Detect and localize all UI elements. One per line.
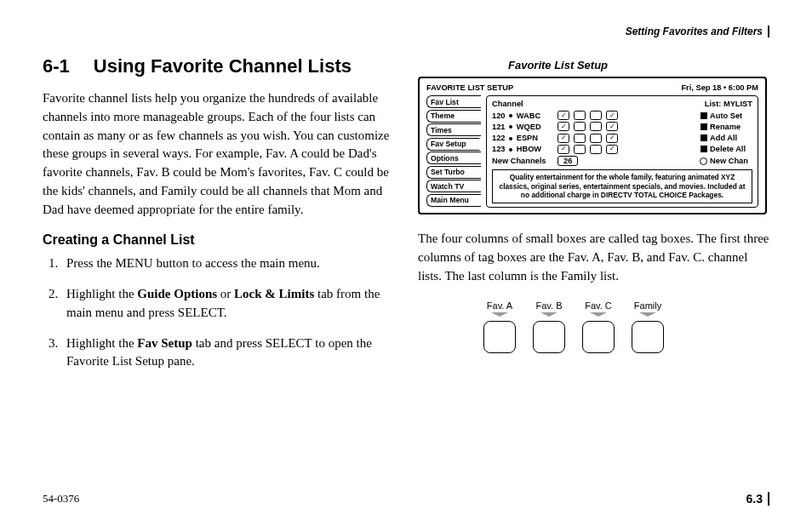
tv-datetime: Fri, Sep 18 • 6:00 PM bbox=[681, 83, 758, 92]
figure-caption: Favorite List Setup bbox=[508, 59, 769, 71]
stop-icon bbox=[700, 134, 707, 141]
list-header: List: MYLIST bbox=[705, 100, 752, 108]
left-column: 6-1 Using Favorite Channel Lists Favorit… bbox=[43, 55, 394, 383]
step-1: Press the MENU button to access the main… bbox=[61, 254, 394, 273]
chevron-down-icon bbox=[491, 312, 508, 319]
tab-fav-setup: Fav Setup bbox=[426, 138, 481, 151]
channel-row: 120 WABC ✓✓ Auto Set bbox=[492, 111, 752, 120]
intro-paragraph: Favorite channel lists help you organize… bbox=[43, 89, 394, 219]
step-2: Highlight the Guide Options or Lock & Li… bbox=[61, 285, 394, 323]
label-fav-b: Fav. B bbox=[532, 300, 566, 311]
tab-options: Options bbox=[426, 152, 481, 164]
chevron-down-icon bbox=[540, 312, 558, 319]
reload-icon bbox=[700, 157, 707, 165]
tag-box: ✓ bbox=[558, 111, 569, 120]
stop-icon bbox=[700, 123, 707, 130]
channel-header: Channel bbox=[492, 100, 523, 108]
label-family: Family bbox=[631, 300, 665, 311]
chevron-down-icon bbox=[639, 312, 656, 319]
tv-tabs: Fav List Theme Times Fav Setup Options S… bbox=[426, 95, 481, 208]
tv-title: FAVORITE LIST SETUP bbox=[426, 83, 513, 92]
doc-number: 54-0376 bbox=[43, 492, 79, 506]
label-fav-c: Fav. C bbox=[581, 300, 615, 311]
tag-box-b bbox=[533, 321, 565, 353]
tv-screen-figure: FAVORITE LIST SETUP Fri, Sep 18 • 6:00 P… bbox=[418, 77, 767, 214]
label-fav-a: Fav. A bbox=[483, 300, 517, 311]
tag-boxes-paragraph: The four columns of small boxes are call… bbox=[418, 230, 769, 285]
creating-list-heading: Creating a Channel List bbox=[43, 232, 394, 248]
stop-icon bbox=[700, 146, 707, 152]
tab-watch-tv: Watch TV bbox=[426, 180, 481, 192]
tag-demo-figure: Fav. A Fav. B Fav. C Family bbox=[486, 300, 769, 353]
tag-box-a bbox=[483, 321, 516, 353]
section-text: Using Favorite Channel Lists bbox=[94, 55, 352, 77]
new-count: 26 bbox=[558, 156, 578, 166]
channel-row: 122 ESPN ✓✓ Add All bbox=[492, 134, 752, 143]
content-columns: 6-1 Using Favorite Channel Lists Favorit… bbox=[43, 55, 769, 383]
steps-list: Press the MENU button to access the main… bbox=[43, 254, 394, 371]
tv-pane: Channel List: MYLIST 120 WABC ✓✓ Auto Se… bbox=[486, 95, 758, 208]
tag-box-c bbox=[582, 321, 615, 353]
stop-icon bbox=[700, 112, 707, 119]
description-box: Quality entertainment for the whole fami… bbox=[492, 169, 752, 203]
tab-main-menu: Main Menu bbox=[426, 194, 481, 207]
tab-times: Times bbox=[426, 123, 481, 136]
step-3: Highlight the Fav Setup tab and press SE… bbox=[61, 334, 394, 372]
section-number: 6-1 bbox=[43, 55, 70, 77]
chevron-down-icon bbox=[590, 312, 607, 319]
chapter-header: Setting Favorites and Filters bbox=[626, 26, 769, 37]
page-number: 6.3 bbox=[746, 492, 769, 506]
tab-theme: Theme bbox=[426, 110, 481, 123]
right-column: Favorite List Setup FAVORITE LIST SETUP … bbox=[418, 55, 769, 383]
tag-box-family bbox=[632, 321, 664, 353]
channel-row: 123 HBOW ✓✓ Delete All bbox=[492, 145, 752, 154]
channel-row: 121 WQED ✓✓ Rename bbox=[492, 122, 752, 131]
tab-set-turbo: Set Turbo bbox=[426, 166, 481, 179]
new-channels-row: New Channels 26 New Chan bbox=[492, 156, 752, 166]
tab-fav-list: Fav List bbox=[426, 95, 481, 108]
section-title: 6-1 Using Favorite Channel Lists bbox=[43, 55, 394, 77]
